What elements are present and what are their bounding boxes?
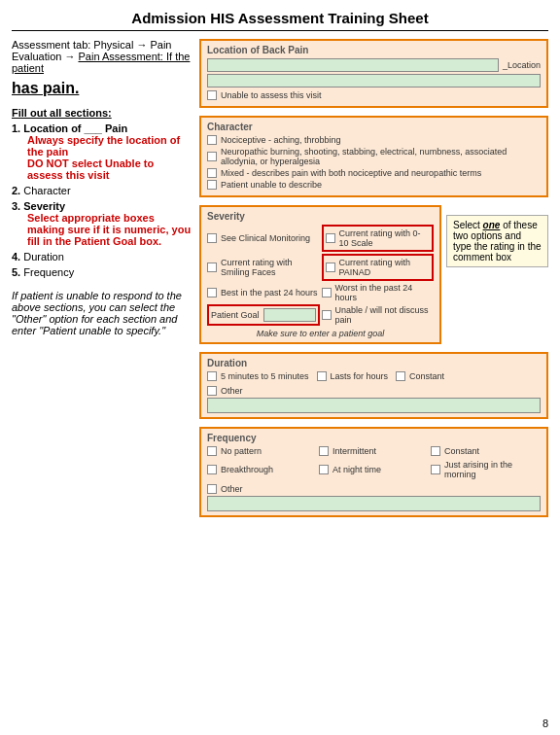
tooltip-one: one [483, 220, 501, 230]
freq-cb-2[interactable] [319, 446, 329, 456]
sev-cb-2a[interactable] [207, 262, 217, 272]
freq-cb-1[interactable] [207, 446, 217, 456]
list-item-4: 4. Duration [12, 251, 192, 262]
freq-cb-6[interactable] [431, 465, 440, 474]
location-checkbox[interactable] [207, 90, 217, 100]
list-item-2: 2. Character [12, 185, 192, 196]
item-label-5: Frequency [23, 266, 74, 278]
right-column: Location of Back Pain _Location Unable t… [199, 39, 548, 525]
frequency-options: No pattern Intermittent Constant Breakth… [207, 446, 541, 481]
freq-cb-4[interactable] [207, 465, 217, 474]
page-title: Admission HIS Assessment Training Sheet [12, 10, 548, 31]
item-label-3: Severity [23, 200, 65, 212]
unable-section: If patient is unable to respond to the a… [12, 290, 192, 336]
dur-cb-other[interactable] [207, 386, 217, 396]
dur-label-2: Lasts for hours [331, 371, 389, 381]
duration-panel: Duration 5 minutes to 5 minutes Lasts fo… [199, 352, 548, 419]
freq-opt-3: Constant [431, 446, 541, 456]
make-sure-label: Make sure to enter a patient goal [207, 329, 434, 338]
list-item-1: 1. Location of ___ Pain Always specify t… [12, 122, 192, 181]
freq-opt-other: Other [207, 484, 541, 494]
list-item-3: 3. Severity Select appropriate boxes mak… [12, 200, 192, 247]
dur-cb-2[interactable] [317, 371, 327, 381]
sev-cb-3b[interactable] [322, 288, 332, 298]
sev-row-1a: See Clinical Monitoring [207, 225, 320, 252]
item-num-2: 2. [12, 185, 20, 196]
freq-label-4: Breakthrough [221, 465, 273, 474]
severity-panel: Severity See Clinical Monitoring Current… [199, 205, 441, 344]
fill-sections: Fill out all sections: 1. Location of __… [12, 107, 192, 336]
char-cb-2[interactable] [207, 152, 217, 161]
char-opt-1: Nociceptive - aching, throbbing [207, 135, 541, 145]
location-row1: _Location [207, 58, 541, 72]
freq-cb-other[interactable] [207, 484, 217, 494]
dur-opt-other: Other [207, 386, 541, 396]
frequency-panel: Frequency No pattern Intermittent Consta… [199, 427, 548, 517]
sev-row-4b: Unable / will not discuss pain [322, 304, 435, 326]
location-unable: Unable to assess this visit [221, 90, 322, 100]
character-panel: Character Nociceptive - aching, throbbin… [199, 116, 548, 197]
location-panel-title: Location of Back Pain [207, 45, 541, 55]
char-cb-3[interactable] [207, 168, 217, 178]
dur-cb-1[interactable] [207, 371, 217, 381]
char-opt-3: Mixed - describes pain with both nocicep… [207, 168, 541, 178]
char-opt-2: Neuropathic burning, shooting, stabbing,… [207, 147, 541, 166]
item-donot-1: DO NOT select Unable to assess this visi… [27, 158, 192, 181]
location-label-row1: _Location [503, 60, 541, 70]
duration-options: 5 minutes to 5 minutes Lasts for hours C… [207, 371, 541, 383]
sev-cb-2b[interactable] [326, 262, 335, 272]
frequency-other-input[interactable] [207, 496, 541, 511]
sev-row-1b: Current rating with 0-10 Scale [322, 225, 435, 252]
severity-panel-title: Severity [207, 211, 434, 222]
freq-opt-6: Just arising in the morning [431, 460, 541, 479]
character-panel-title: Character [207, 122, 541, 132]
item-num-5: 5. [12, 266, 20, 278]
dur-opt-2: Lasts for hours [317, 371, 389, 381]
item-label-2: Character [23, 185, 70, 196]
char-opt-4: Patient unable to describe [207, 180, 541, 190]
sev-cb-1a[interactable] [207, 233, 217, 243]
dur-label-3: Constant [409, 371, 444, 381]
duration-other-input[interactable] [207, 398, 541, 413]
dur-cb-3[interactable] [396, 371, 405, 381]
char-cb-1[interactable] [207, 135, 217, 145]
frequency-panel-title: Frequency [207, 433, 541, 443]
sev-label-4a: Patient Goal [211, 310, 260, 320]
tooltip-select: Select [453, 220, 483, 230]
sev-label-1a: See Clinical Monitoring [221, 233, 310, 243]
item-label-4: Duration [23, 251, 64, 262]
char-label-3: Mixed - describes pain with both nocicep… [221, 168, 481, 178]
freq-label-3: Constant [444, 446, 479, 456]
char-cb-4[interactable] [207, 180, 217, 190]
sev-cb-3a[interactable] [207, 288, 217, 298]
patient-goal-input[interactable] [263, 308, 316, 322]
location-input[interactable] [207, 58, 499, 72]
char-label-2: Neuropathic burning, shooting, stabbing,… [221, 147, 541, 166]
sev-label-3b: Worst in the past 24 hours [335, 283, 435, 302]
char-label-1: Nociceptive - aching, throbbing [221, 135, 341, 145]
section-header: Assessment tab: Physical → Pain Evaluati… [12, 39, 192, 74]
item-sub-3: Select appropriate boxes making sure if … [27, 212, 192, 247]
item-label-1: Location of ___ Pain [23, 122, 127, 134]
freq-opt-2: Intermittent [319, 446, 429, 456]
sev-row-4a: Patient Goal [207, 304, 320, 326]
freq-opt-1: No pattern [207, 446, 317, 456]
freq-label-other: Other [221, 484, 243, 494]
sev-label-2b: Current rating with PAINAD [339, 258, 431, 277]
dur-opt-1: 5 minutes to 5 minutes [207, 371, 309, 381]
page-number: 8 [542, 718, 548, 729]
fill-title: Fill out all sections: [12, 107, 192, 119]
freq-cb-5[interactable] [319, 465, 329, 474]
main-layout: Assessment tab: Physical → Pain Evaluati… [12, 39, 548, 525]
freq-opt-4: Breakthrough [207, 460, 317, 479]
sev-label-2a: Current rating with Smiling Faces [221, 258, 320, 277]
sev-cb-4b[interactable] [322, 310, 332, 320]
sev-cb-1b[interactable] [326, 233, 335, 243]
location-input-wide[interactable] [207, 74, 541, 88]
sev-label-4b: Unable / will not discuss pain [335, 305, 435, 325]
item-num-3: 3. [12, 200, 20, 212]
sev-label-1b: Current rating with 0-10 Scale [339, 228, 431, 248]
freq-label-5: At night time [332, 465, 381, 474]
freq-cb-3[interactable] [431, 446, 440, 456]
sev-row-3b: Worst in the past 24 hours [322, 283, 435, 302]
